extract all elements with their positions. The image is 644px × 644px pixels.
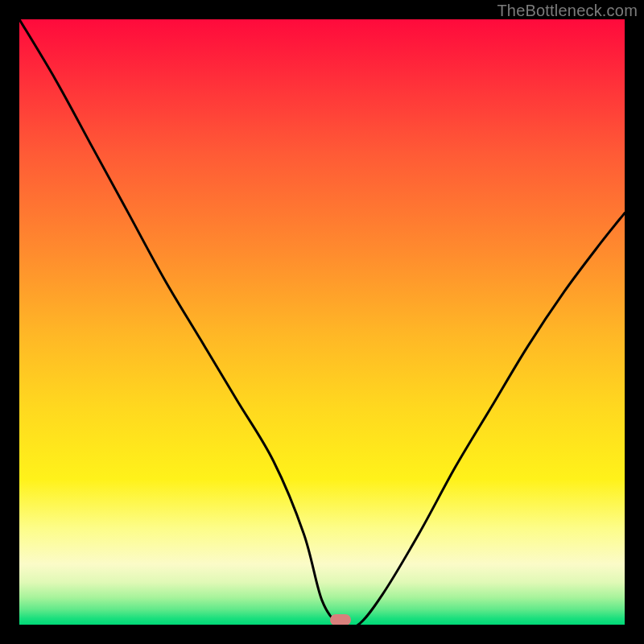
chart-frame — [19, 19, 625, 625]
watermark-text: TheBottleneck.com — [497, 2, 638, 20]
optimum-marker — [330, 614, 351, 625]
plot-area — [19, 19, 625, 625]
bottleneck-curve — [19, 19, 625, 625]
